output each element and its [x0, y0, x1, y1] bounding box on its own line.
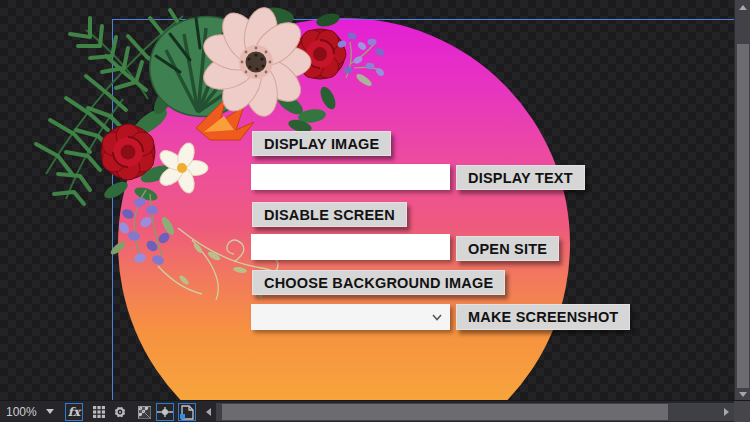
caret-down-icon — [46, 409, 54, 414]
chevron-down-icon — [432, 314, 442, 321]
scroll-left-arrow[interactable] — [206, 408, 211, 416]
fx-icon: fx — [68, 405, 80, 419]
red-rose-left — [101, 124, 155, 180]
display-text-input[interactable] — [251, 164, 450, 190]
disable-screen-button[interactable]: DISABLE SCREEN — [252, 202, 407, 227]
transparency-grid-toggle-button[interactable] — [135, 403, 153, 421]
background-image-dropdown[interactable] — [251, 304, 450, 330]
zoom-level-dropdown[interactable]: 100% — [6, 401, 54, 422]
gear-settings-button[interactable] — [111, 403, 129, 421]
center-point-toggle-button[interactable] — [156, 403, 174, 421]
open-site-button[interactable]: OPEN SITE — [456, 236, 559, 261]
fx-toggle-button[interactable]: fx — [65, 403, 83, 421]
crosshair-icon — [157, 407, 173, 417]
snap-document-toggle-button[interactable] — [178, 403, 196, 421]
scrollbar-corner — [734, 401, 750, 422]
grid-toggle-button[interactable] — [90, 403, 108, 421]
vertical-scrollbar-thumb[interactable] — [737, 44, 749, 388]
zoom-level-value: 100% — [6, 405, 37, 419]
display-text-button[interactable]: DISPLAY TEXT — [456, 165, 585, 190]
purple-flowers-left — [109, 190, 177, 266]
status-bar: 100% fx — [0, 400, 750, 422]
horizontal-scrollbar[interactable] — [216, 403, 734, 421]
grid-icon — [93, 406, 105, 418]
checkerboard-icon — [138, 406, 151, 419]
application-window: DISPLAY IMAGE DISPLAY TEXT DISABLE SCREE… — [0, 0, 750, 422]
scroll-up-arrow[interactable] — [739, 5, 747, 10]
document-page-icon — [180, 405, 194, 420]
choose-background-image-button[interactable]: CHOOSE BACKGROUND IMAGE — [252, 270, 505, 295]
vertical-scrollbar[interactable] — [734, 0, 750, 400]
open-site-input[interactable] — [251, 234, 450, 260]
horizontal-scrollbar-thumb[interactable] — [222, 404, 668, 420]
stage-canvas: DISPLAY IMAGE DISPLAY TEXT DISABLE SCREE… — [0, 0, 734, 400]
scroll-right-arrow[interactable] — [724, 408, 729, 416]
display-image-button[interactable]: DISPLAY IMAGE — [252, 131, 391, 156]
gear-icon — [113, 405, 127, 419]
scroll-down-arrow[interactable] — [739, 392, 747, 397]
make-screenshot-button[interactable]: MAKE SCREENSHOT — [456, 304, 630, 330]
